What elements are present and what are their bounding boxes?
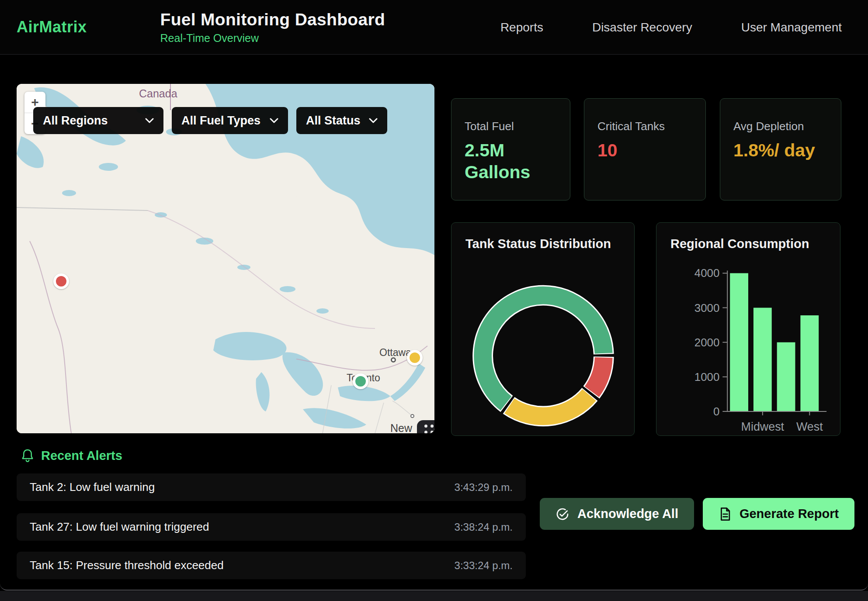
generate-report-label: Generate Report — [740, 507, 839, 521]
map-canvas[interactable] — [17, 84, 434, 433]
svg-text:West: West — [796, 420, 823, 433]
svg-text:4000: 4000 — [694, 267, 720, 279]
svg-text:1000: 1000 — [694, 371, 720, 383]
tank-marker-warning[interactable] — [407, 350, 423, 366]
stat-label: Critical Tanks — [597, 120, 692, 133]
alert-time: 3:38:24 p.m. — [455, 521, 513, 533]
alert-time: 3:43:29 p.m. — [455, 481, 513, 494]
svg-text:2000: 2000 — [694, 336, 720, 349]
stat-card-critical-tanks: Critical Tanks 10 — [584, 98, 706, 200]
nav-item-reports[interactable]: Reports — [500, 21, 543, 35]
page-subtitle: Real-Time Overview — [160, 32, 385, 45]
alert-row[interactable]: Tank 2: Low fuel warning 3:43:29 p.m. — [17, 473, 526, 501]
header: AirMatrix Fuel Monitoring Dashboard Real… — [0, 0, 868, 55]
stat-card-total-fuel: Total Fuel 2.5M Gallons — [451, 98, 570, 200]
regional-consumption-chart-card: 01000200030004000MidwestWest Regional Co… — [656, 222, 840, 436]
stat-label: Avg Depletion — [733, 120, 828, 133]
stat-card-avg-depletion: Avg Depletion 1.8%/ day — [720, 98, 841, 200]
title-block: Fuel Monitoring Dashboard Real-Time Over… — [160, 10, 385, 45]
page-background-strip — [0, 591, 868, 601]
alert-row[interactable]: Tank 27: Low fuel warning triggered 3:38… — [17, 513, 526, 541]
page-title: Fuel Monitoring Dashboard — [160, 10, 385, 29]
filter-fuel-types-label: All Fuel Types — [181, 114, 260, 128]
alert-time: 3:33:24 p.m. — [455, 560, 513, 572]
acknowledge-all-label: Acknowledge All — [577, 507, 678, 521]
chevron-down-icon — [369, 118, 378, 123]
ottawa-town-dot — [391, 357, 396, 363]
filter-fuel-types-dropdown[interactable]: All Fuel Types — [172, 107, 288, 134]
chevron-down-icon — [270, 118, 278, 123]
map-filters: All Regions All Fuel Types All Status — [33, 107, 387, 134]
stat-label: Total Fuel — [465, 120, 557, 133]
alert-text: Tank 15: Pressure threshold exceeded — [30, 559, 224, 572]
alert-text: Tank 2: Low fuel warning — [30, 480, 155, 494]
alert-text: Tank 27: Low fuel warning triggered — [30, 520, 209, 534]
check-circle-icon — [556, 507, 569, 521]
filter-status-dropdown[interactable]: All Status — [296, 107, 387, 134]
newyork-town-dot — [410, 414, 414, 418]
filter-regions-label: All Regions — [43, 114, 108, 128]
filter-status-label: All Status — [306, 114, 361, 128]
bell-icon — [21, 448, 34, 463]
generate-report-button[interactable]: Generate Report — [703, 498, 854, 530]
map-panel: + − All Regions All Fuel Types All Statu… — [17, 84, 434, 433]
chevron-down-icon — [145, 118, 154, 123]
recent-alerts-heading: Recent Alerts — [21, 448, 122, 463]
map-resize-handle-icon[interactable] — [417, 420, 434, 433]
stat-value: 10 — [597, 139, 694, 161]
dashboard-root: AirMatrix Fuel Monitoring Dashboard Real… — [0, 0, 868, 601]
bar-chart: 01000200030004000MidwestWest — [656, 223, 840, 435]
alert-row[interactable]: Tank 15: Pressure threshold exceeded 3:3… — [17, 552, 526, 579]
stat-value: 2.5M Gallons — [465, 139, 561, 183]
filter-regions-dropdown[interactable]: All Regions — [33, 107, 163, 134]
tank-status-chart-card: Tank Status Distribution — [451, 222, 635, 436]
tank-marker-critical[interactable] — [53, 273, 69, 289]
tank-marker-normal[interactable] — [353, 373, 368, 389]
acknowledge-all-button[interactable]: Acknowledge All — [540, 498, 694, 530]
main-nav: Reports Disaster Recovery User Managemen… — [500, 0, 842, 55]
chart-title: Regional Consumption — [670, 237, 809, 251]
recent-alerts-title: Recent Alerts — [41, 449, 122, 463]
document-icon — [719, 507, 732, 521]
svg-text:0: 0 — [713, 405, 719, 418]
app-logo: AirMatrix — [17, 18, 87, 36]
stat-value: 1.8%/ day — [733, 139, 830, 161]
donut-chart — [451, 223, 634, 435]
chart-title: Tank Status Distribution — [465, 237, 611, 251]
svg-text:Midwest: Midwest — [741, 420, 785, 433]
nav-item-disaster-recovery[interactable]: Disaster Recovery — [592, 21, 692, 35]
nav-item-user-management[interactable]: User Management — [741, 21, 842, 35]
svg-text:3000: 3000 — [694, 302, 720, 314]
